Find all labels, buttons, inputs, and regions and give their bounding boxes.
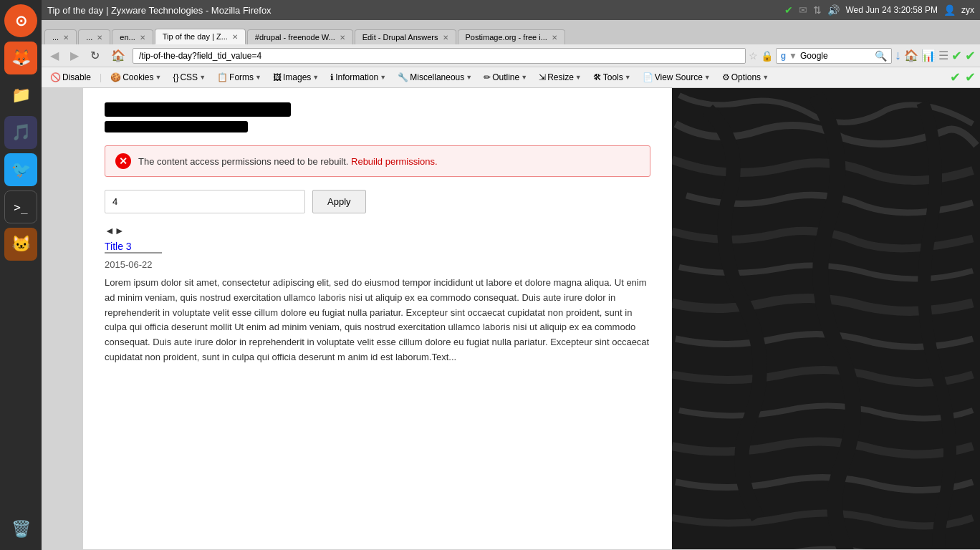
search-input[interactable] (800, 51, 872, 61)
clock: Wed Jun 24 3:20:58 PM (845, 5, 938, 15)
tab-5[interactable]: #drupal - freenode W... ✕ (247, 29, 353, 44)
page-header-redacted (105, 102, 650, 132)
tab-bar: ... ✕ ... ✕ en... ✕ Tip of the day | Z..… (42, 20, 980, 44)
dock-app5[interactable]: 🐱 (4, 228, 37, 261)
bookmark-icon2[interactable]: 📊 (921, 49, 936, 62)
nav-arrows: ◄ ► (105, 225, 650, 236)
error-icon: ✕ (115, 153, 131, 169)
toolbar-css[interactable]: {} CSS ▼ (168, 71, 210, 84)
tab-3-close[interactable]: ✕ (140, 34, 145, 42)
tab-6[interactable]: Edit - Drupal Answers ✕ (355, 29, 456, 44)
tab-4-tipofday[interactable]: Tip of the day | Z... ✕ (155, 29, 246, 44)
download-icon[interactable]: ↓ (895, 48, 901, 63)
search-icon[interactable]: 🔍 (875, 50, 887, 62)
tab-1-close[interactable]: ✕ (63, 34, 69, 42)
page-content: ✕ The content access permissions need to… (83, 88, 672, 549)
tab-2-close[interactable]: ✕ (97, 34, 102, 42)
address-bar[interactable] (133, 48, 746, 64)
check-icon-2: ✔ (965, 48, 976, 64)
toolbar-images[interactable]: 🖼 Images ▼ (269, 71, 323, 84)
window-title: Tip of the day | Zyxware Technologies - … (47, 5, 272, 16)
article-body: Lorem ipsum dolor sit amet, consectetur … (105, 276, 650, 365)
tab-1[interactable]: ... ✕ (44, 29, 77, 44)
back-button[interactable]: ◀ (46, 47, 63, 64)
username: zyx (961, 5, 974, 15)
scribble-area (672, 88, 980, 549)
toolbar-check2: ✔ (965, 69, 976, 85)
toolbar-information[interactable]: ℹ Information ▼ (326, 71, 390, 84)
dock-ubuntu-btn[interactable]: ⊙ (4, 4, 37, 37)
menu-icon[interactable]: ☰ (938, 49, 948, 62)
home-icon[interactable]: 🏠 (904, 49, 918, 62)
reload-button[interactable]: ↻ (86, 47, 104, 64)
toolbar-disable[interactable]: 🚫 Disable (46, 71, 95, 84)
prev-arrow[interactable]: ◄ (105, 225, 115, 236)
dock-app3[interactable]: 🎵 (4, 116, 37, 149)
tab-6-close[interactable]: ✕ (443, 34, 448, 42)
error-notice: ✕ The content access permissions need to… (105, 145, 650, 177)
toolbar-miscellaneous[interactable]: 🔧 Miscellaneous ▼ (393, 71, 476, 84)
dev-toolbar: 🚫 Disable | 🍪 Cookies ▼ {} CSS ▼ 📋 Forms… (42, 67, 980, 88)
dock-twitter[interactable]: 🐦 (4, 153, 37, 186)
nav-bar: ◀ ▶ ↻ 🏠 ☆ 🔒 g ▼ 🔍 ↓ 🏠 📊 ☰ ✔ ✔ (42, 44, 980, 67)
apply-button[interactable]: Apply (312, 190, 366, 213)
toolbar-outline[interactable]: ✏ Outline ▼ (479, 71, 532, 84)
toolbar-forms[interactable]: 📋 Forms ▼ (213, 71, 266, 84)
toolbar-viewsource[interactable]: 📄 View Source ▼ (638, 71, 715, 84)
tab-5-close[interactable]: ✕ (340, 34, 345, 42)
article-date: 2015-06-22 (105, 259, 650, 270)
toolbar-cookies[interactable]: 🍪 Cookies ▼ (106, 71, 165, 84)
error-text: The content access permissions need to b… (138, 156, 438, 167)
rebuild-permissions-link[interactable]: Rebuild permissions. (351, 156, 438, 167)
ubuntu-dock: ⊙ 🦊 📁 🎵 🐦 >_ 🐱 🗑️ (0, 0, 42, 549)
forward-button[interactable]: ▶ (66, 47, 83, 64)
title-underline (105, 252, 162, 254)
tab-7-close[interactable]: ✕ (552, 34, 557, 42)
dock-files[interactable]: 📁 (4, 79, 37, 112)
check-icon-1: ✔ (951, 48, 962, 64)
tab-2[interactable]: ... ✕ (78, 29, 110, 44)
tab-3[interactable]: en... ✕ (112, 29, 153, 44)
bookmark-icon[interactable]: ☆ (749, 50, 758, 62)
tab-7[interactable]: Postimage.org - free i... ✕ (458, 29, 565, 44)
article-title-link[interactable]: Title 3 (105, 241, 132, 252)
tab-4-close[interactable]: ✕ (232, 33, 238, 41)
filter-input[interactable] (105, 190, 305, 213)
tab-4-label: Tip of the day | Z... (163, 32, 228, 41)
dock-terminal[interactable]: >_ (4, 190, 37, 223)
dock-firefox[interactable]: 🦊 (4, 42, 37, 74)
toolbar-options[interactable]: ⚙ Options ▼ (718, 71, 773, 84)
dock-trash[interactable]: 🗑️ (4, 513, 37, 546)
ssl-icon: 🔒 (761, 50, 773, 62)
toolbar-resize[interactable]: ⇲ Resize ▼ (534, 71, 586, 84)
toolbar-tools[interactable]: 🛠 Tools ▼ (589, 71, 635, 84)
title-bar: Tip of the day | Zyxware Technologies - … (42, 0, 980, 20)
filter-area: Apply (105, 190, 650, 213)
toolbar-check1: ✔ (950, 69, 961, 85)
next-arrow[interactable]: ► (115, 225, 125, 236)
home-button[interactable]: 🏠 (107, 47, 130, 64)
